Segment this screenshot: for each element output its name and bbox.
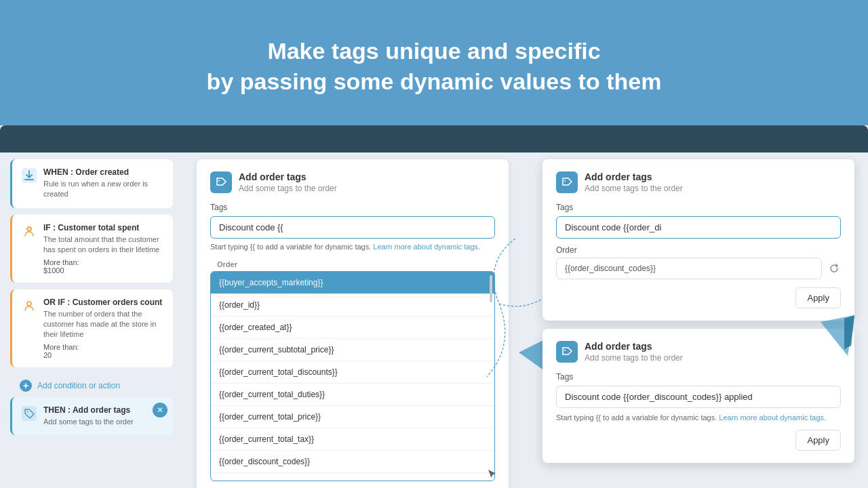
- mid-tags-input[interactable]: [556, 216, 841, 239]
- user-icon: [22, 224, 37, 239]
- main-content: Add order tags Add some tags to the orde…: [183, 125, 868, 488]
- first-tags-hint: Start typing {{ to add a variable for dy…: [210, 243, 495, 251]
- dropdown-item-4[interactable]: {{order_current_total_discounts}}: [211, 361, 494, 383]
- sidebar-when-item: WHEN : Order created Rule is run when a …: [10, 159, 173, 208]
- bottom-apply-button[interactable]: Apply: [795, 430, 841, 451]
- sidebar-if-item: IF : Customer total spent The total amou…: [10, 215, 173, 283]
- first-card-title: Add order tags: [239, 171, 337, 182]
- cursor-indicator: [488, 470, 496, 481]
- first-learn-more-link[interactable]: Learn more about dynamic tags.: [373, 243, 480, 251]
- bottom-card-title: Add order tags: [585, 341, 683, 352]
- add-condition-button[interactable]: + Add condition or action: [10, 374, 173, 397]
- mid-card-subtitle: Add some tags to the order: [585, 184, 683, 193]
- svg-point-9: [564, 180, 566, 182]
- add-icon: +: [20, 380, 32, 392]
- dropdown-item-2[interactable]: {{order_created_at}}: [211, 316, 494, 338]
- close-button[interactable]: ✕: [153, 403, 167, 418]
- refresh-icon: [827, 262, 841, 275]
- svg-marker-11: [844, 315, 854, 349]
- if-item-more: More than:$1000: [43, 258, 163, 274]
- mid-tags-label: Tags: [556, 203, 841, 212]
- first-tags-input[interactable]: [210, 216, 495, 239]
- sidebar-orif-item: OR IF : Customer orders count The number…: [10, 289, 173, 367]
- dropdown-item-5[interactable]: {{order_current_total_duties}}: [211, 383, 494, 405]
- main-area: WHEN : Order created Rule is run when a …: [0, 125, 868, 488]
- then-item-content: THEN : Add order tags Add some tags to t…: [43, 405, 163, 427]
- corner-arrow-decoration: [807, 308, 861, 365]
- mid-order-row: [556, 258, 841, 279]
- dropdown-item-1[interactable]: {{order_id}}: [211, 293, 494, 316]
- bottom-card-icon: [556, 341, 578, 363]
- orif-item-more: More than:20: [43, 343, 163, 359]
- when-item-content: WHEN : Order created Rule is run when a …: [43, 167, 163, 200]
- bottom-card-header: Add order tags Add some tags to the orde…: [556, 341, 841, 363]
- first-dropdown-label: Order: [210, 258, 495, 271]
- scrollbar[interactable]: [490, 275, 492, 302]
- download-icon: [22, 168, 37, 183]
- mid-apply-button[interactable]: Apply: [795, 287, 841, 308]
- mid-order-label: Order: [556, 245, 841, 255]
- mid-card-header: Add order tags Add some tags to the orde…: [556, 171, 841, 193]
- dropdown-item-3[interactable]: {{order_current_subtotal_price}}: [211, 338, 494, 361]
- first-card-titles: Add order tags Add some tags to the orde…: [239, 171, 337, 193]
- dropdown-item-6[interactable]: {{order_current_total_price}}: [211, 405, 494, 428]
- svg-point-6: [218, 180, 220, 182]
- bottom-card-titles: Add order tags Add some tags to the orde…: [585, 341, 683, 363]
- mid-card-titles: Add order tags Add some tags to the orde…: [585, 171, 683, 193]
- bottom-tags-label: Tags: [556, 372, 841, 382]
- first-dropdown-section: Order {{buyer_accepts_marketing}} {{orde…: [210, 258, 495, 481]
- add-condition-label: Add condition or action: [37, 381, 120, 390]
- first-card-header: Add order tags Add some tags to the orde…: [210, 171, 495, 193]
- mid-card-title: Add order tags: [585, 171, 683, 182]
- then-item-title: THEN : Add order tags: [43, 405, 163, 415]
- svg-point-5: [27, 411, 28, 412]
- if-item-content: IF : Customer total spent The total amou…: [43, 223, 163, 274]
- header-title: Make tags unique and specific by passing…: [207, 36, 662, 96]
- dropdown-item-9[interactable]: {{order_fulfillment_status}}: [211, 472, 494, 481]
- bottom-card: Add order tags Add some tags to the orde…: [542, 329, 854, 463]
- bottom-card-subtitle: Add some tags to the order: [585, 353, 683, 363]
- mid-card: Add order tags Add some tags to the orde…: [542, 159, 854, 321]
- when-item-desc: Rule is run when a new order is created: [43, 179, 163, 200]
- when-item-title: WHEN : Order created: [43, 167, 163, 177]
- first-card: Add order tags Add some tags to the orde…: [197, 159, 509, 488]
- dropdown-item-0[interactable]: {{buyer_accepts_marketing}}: [211, 272, 494, 293]
- header-banner: Make tags unique and specific by passing…: [0, 0, 868, 125]
- then-item-desc: Add some tags to the order: [43, 417, 163, 427]
- bottom-tags-hint: Start typing {{ to add a variable for dy…: [556, 413, 841, 422]
- overlay-area: Add order tags Add some tags to the orde…: [542, 159, 854, 463]
- first-card-icon: [210, 171, 232, 193]
- tag-icon: [22, 406, 37, 421]
- bottom-learn-more-link[interactable]: Learn more about dynamic tags.: [719, 413, 826, 422]
- mid-card-icon: [556, 171, 578, 193]
- sidebar: WHEN : Order created Rule is run when a …: [0, 125, 183, 488]
- bottom-tags-input[interactable]: [556, 386, 841, 408]
- user-orders-icon: [22, 298, 37, 313]
- svg-rect-4: [22, 406, 37, 421]
- first-card-subtitle: Add some tags to the order: [239, 184, 337, 193]
- dropdown-item-8[interactable]: {{order_discount_codes}}: [211, 450, 494, 472]
- orif-item-desc: The number of orders that the customer h…: [43, 309, 163, 340]
- orif-item-title: OR IF : Customer orders count: [43, 298, 163, 307]
- orif-item-content: OR IF : Customer orders count The number…: [43, 298, 163, 359]
- first-dropdown-container: {{buyer_accepts_marketing}} {{order_id}}…: [210, 271, 495, 481]
- if-item-desc: The total amount that the customer has s…: [43, 235, 163, 256]
- mid-order-input[interactable]: [556, 258, 822, 279]
- svg-point-12: [564, 350, 566, 351]
- svg-point-3: [27, 302, 31, 306]
- sidebar-then-item: ✕ THEN : Add order tags Add some tags to…: [10, 397, 173, 435]
- dropdown-item-7[interactable]: {{order_current_total_tax}}: [211, 428, 494, 450]
- first-tags-label: Tags: [210, 203, 495, 212]
- if-item-title: IF : Customer total spent: [43, 223, 163, 232]
